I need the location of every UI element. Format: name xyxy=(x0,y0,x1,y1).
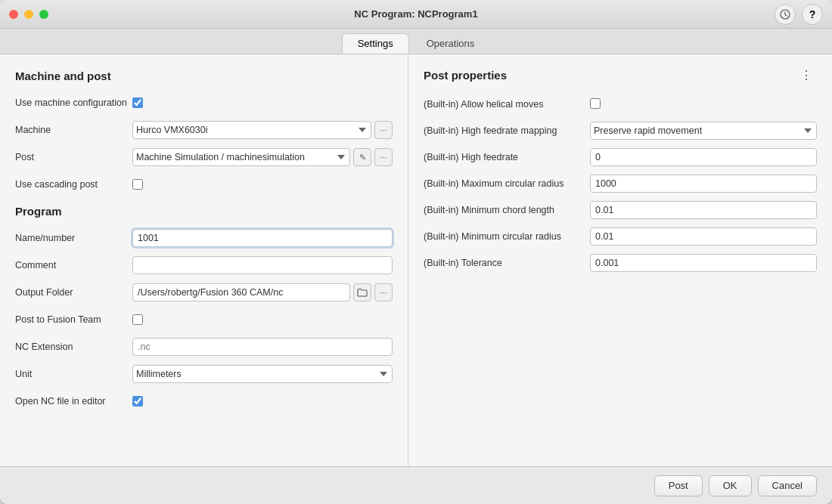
tab-operations[interactable]: Operations xyxy=(411,33,491,54)
tab-settings[interactable]: Settings xyxy=(342,33,409,54)
machine-select[interactable]: Hurco VMX6030i xyxy=(132,121,371,139)
help-icon[interactable]: ? xyxy=(802,4,823,25)
maximize-button[interactable] xyxy=(39,10,48,19)
prop-value-feedrate-mapping: Preserve rapid movement Map to feedrate xyxy=(590,122,817,140)
prop-row-tolerance: (Built-in) Tolerance xyxy=(424,253,817,273)
post-to-fusion-control xyxy=(132,314,393,325)
post-to-fusion-row: Post to Fusion Team xyxy=(15,310,393,329)
use-cascading-post-row: Use cascading post xyxy=(15,175,393,194)
post-properties-header: Post properties ⋮ xyxy=(424,66,817,84)
open-nc-file-checkbox[interactable] xyxy=(132,396,143,407)
nc-extension-control xyxy=(132,338,393,356)
post-select[interactable]: Machine Simulation / machinesimulation xyxy=(132,148,350,166)
prop-value-max-circular xyxy=(590,175,817,193)
post-control: Machine Simulation / machinesimulation ✎… xyxy=(132,148,393,166)
prop-input-max-circular[interactable] xyxy=(590,175,817,193)
main-window: NC Program: NCProgram1 ? Settings Operat… xyxy=(0,0,832,504)
unit-select[interactable]: Millimeters Inches xyxy=(132,365,393,383)
post-edit-btn[interactable]: ✎ xyxy=(353,148,371,166)
use-machine-config-control xyxy=(132,97,393,108)
nc-extension-input[interactable] xyxy=(132,338,393,356)
post-properties-title: Post properties xyxy=(424,69,507,82)
right-panel: Post properties ⋮ (Built-in) Allow helic… xyxy=(408,54,832,466)
window-controls xyxy=(9,10,48,19)
prop-label-high-feedrate: (Built-in) High feedrate xyxy=(424,152,590,162)
machine-more-btn[interactable]: ··· xyxy=(374,121,393,139)
close-button[interactable] xyxy=(9,10,18,19)
nc-extension-row: NC Extension xyxy=(15,337,393,357)
program-title: Program xyxy=(15,205,393,218)
use-cascading-post-label: Use cascading post xyxy=(15,179,132,190)
prop-row-feedrate-mapping: (Built-in) High feedrate mapping Preserv… xyxy=(424,121,817,141)
post-to-fusion-label: Post to Fusion Team xyxy=(15,314,132,325)
name-number-row: Name/number xyxy=(15,228,393,248)
nc-extension-label: NC Extension xyxy=(15,342,132,352)
titlebar: NC Program: NCProgram1 ? xyxy=(0,0,832,29)
output-folder-control: ··· xyxy=(132,283,393,301)
main-content: Machine and post Use machine configurati… xyxy=(0,54,832,466)
post-more-btn[interactable]: ··· xyxy=(374,148,393,166)
output-folder-row: Output Folder ··· xyxy=(15,283,393,302)
unit-label: Unit xyxy=(15,369,132,379)
prop-row-helical: (Built-in) Allow helical moves xyxy=(424,94,817,114)
prop-label-helical: (Built-in) Allow helical moves xyxy=(424,99,590,110)
comment-input[interactable] xyxy=(132,256,393,274)
prop-input-high-feedrate[interactable] xyxy=(590,148,817,166)
comment-control xyxy=(132,256,393,274)
output-folder-input[interactable] xyxy=(132,283,350,301)
comment-label: Comment xyxy=(15,260,132,271)
unit-row: Unit Millimeters Inches xyxy=(15,364,393,384)
machine-row: Machine Hurco VMX6030i ··· xyxy=(15,120,393,140)
prop-row-min-chord: (Built-in) Minimum chord length xyxy=(424,200,817,220)
prop-input-min-circular[interactable] xyxy=(590,227,817,246)
ok-button[interactable]: OK xyxy=(709,475,752,496)
window-title: NC Program: NCProgram1 xyxy=(354,8,477,20)
use-machine-config-checkbox[interactable] xyxy=(132,97,143,108)
history-icon[interactable] xyxy=(775,4,796,25)
open-nc-file-control xyxy=(132,396,393,407)
minimize-button[interactable] xyxy=(24,10,33,19)
output-folder-more-btn[interactable]: ··· xyxy=(374,283,393,301)
kebab-menu-btn[interactable]: ⋮ xyxy=(796,66,817,84)
tabs-bar: Settings Operations xyxy=(0,29,832,54)
folder-browse-btn[interactable] xyxy=(353,283,371,301)
machine-control: Hurco VMX6030i ··· xyxy=(132,121,393,139)
titlebar-right: ? xyxy=(775,4,823,25)
post-to-fusion-checkbox[interactable] xyxy=(132,314,143,325)
unit-control: Millimeters Inches xyxy=(132,365,393,383)
cancel-button[interactable]: Cancel xyxy=(758,475,817,496)
prop-input-min-chord[interactable] xyxy=(590,201,817,219)
open-nc-file-label: Open NC file in editor xyxy=(15,396,132,407)
prop-row-high-feedrate: (Built-in) High feedrate xyxy=(424,147,817,167)
bottom-bar: Post OK Cancel xyxy=(0,466,832,504)
post-button[interactable]: Post xyxy=(654,475,703,496)
prop-value-min-circular xyxy=(590,227,817,246)
prop-value-tolerance xyxy=(590,254,817,272)
machine-post-title: Machine and post xyxy=(15,70,393,82)
prop-input-tolerance[interactable] xyxy=(590,254,817,272)
left-panel: Machine and post Use machine configurati… xyxy=(0,54,408,466)
prop-label-min-chord: (Built-in) Minimum chord length xyxy=(424,205,590,215)
output-folder-label: Output Folder xyxy=(15,287,132,298)
prop-value-high-feedrate xyxy=(590,148,817,166)
prop-label-max-circular: (Built-in) Maximum circular radius xyxy=(424,178,590,189)
use-machine-config-label: Use machine configuration xyxy=(15,97,132,108)
name-number-input[interactable] xyxy=(132,229,393,247)
use-machine-config-row: Use machine configuration xyxy=(15,93,393,113)
prop-select-feedrate-mapping[interactable]: Preserve rapid movement Map to feedrate xyxy=(590,122,817,140)
name-number-control xyxy=(132,229,393,247)
prop-label-feedrate-mapping: (Built-in) High feedrate mapping xyxy=(424,125,590,136)
post-label: Post xyxy=(15,152,132,162)
prop-label-tolerance: (Built-in) Tolerance xyxy=(424,258,590,268)
prop-label-min-circular: (Built-in) Minimum circular radius xyxy=(424,231,590,242)
name-number-label: Name/number xyxy=(15,233,132,243)
use-cascading-post-checkbox[interactable] xyxy=(132,179,143,190)
prop-value-min-chord xyxy=(590,201,817,219)
open-nc-file-row: Open NC file in editor xyxy=(15,391,393,411)
use-cascading-post-control xyxy=(132,179,393,190)
prop-checkbox-helical[interactable] xyxy=(590,98,601,109)
machine-label: Machine xyxy=(15,125,132,135)
post-row: Post Machine Simulation / machinesimulat… xyxy=(15,147,393,167)
prop-row-max-circular: (Built-in) Maximum circular radius xyxy=(424,174,817,193)
prop-value-helical xyxy=(590,98,817,111)
